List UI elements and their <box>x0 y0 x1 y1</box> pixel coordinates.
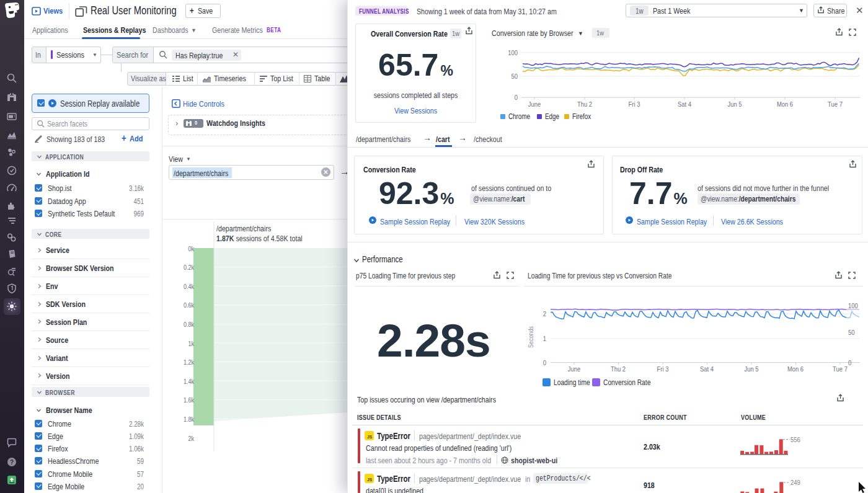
svg-text:?: ? <box>10 459 14 466</box>
